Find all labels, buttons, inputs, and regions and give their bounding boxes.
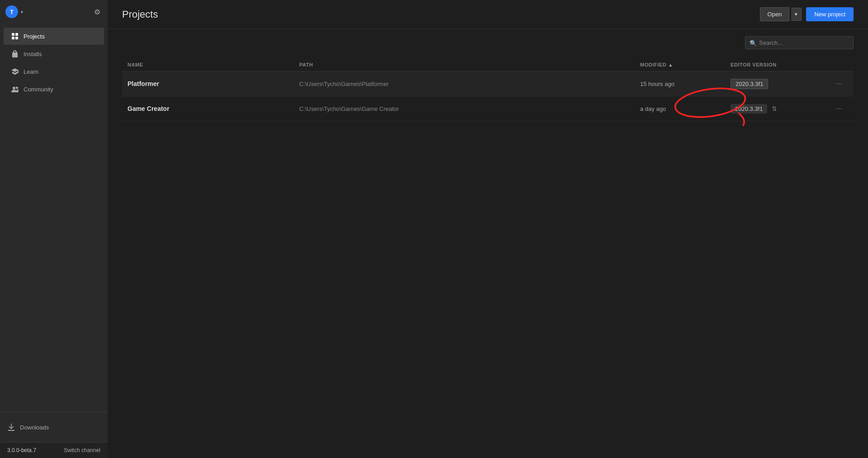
sidebar-item-installs[interactable]: Installs — [4, 45, 104, 62]
avatar-dropdown-icon[interactable]: ▾ — [21, 10, 23, 14]
table-row[interactable]: Platformer C:\Users\Tycho\Games\Platform… — [122, 72, 854, 96]
page-title: Projects — [122, 9, 158, 20]
switch-channel-button[interactable]: Switch channel — [64, 447, 100, 453]
version-change-button[interactable]: ⇅ — [770, 104, 779, 113]
downloads-label: Downloads — [20, 424, 49, 431]
grid-icon — [11, 32, 19, 40]
search-icon: 🔍 — [750, 39, 757, 46]
open-button[interactable]: Open — [760, 7, 790, 21]
sidebar-bottom: Downloads — [0, 412, 108, 442]
new-project-button[interactable]: New project — [806, 7, 854, 21]
sort-arrow-icon: ▲ — [668, 62, 673, 67]
more-options-button[interactable]: ··· — [830, 103, 848, 114]
search-wrapper: 🔍 — [745, 36, 854, 49]
project-name: Platformer — [127, 80, 299, 87]
svg-rect-2 — [12, 37, 14, 39]
col-name-header: NAME — [127, 62, 299, 67]
editor-version-badge: 2020.3.3f1 — [731, 79, 768, 89]
top-bar-actions: Open ▾ New project — [760, 7, 854, 21]
avatar[interactable]: T — [5, 5, 18, 18]
project-modified: 15 hours ago — [640, 81, 731, 87]
main-content: Projects Open ▾ New project 🔍 NAME PATH … — [108, 0, 868, 458]
svg-point-5 — [16, 86, 18, 89]
avatar-area: T ▾ — [5, 5, 23, 18]
table-row[interactable]: Game Creator C:\Users\Tycho\Games\Game C… — [122, 96, 854, 121]
project-name: Game Creator — [127, 105, 299, 112]
more-options-button[interactable]: ··· — [830, 78, 848, 90]
sidebar-top: T ▾ ⚙ — [0, 0, 108, 24]
download-icon — [7, 423, 15, 431]
graduation-cap-icon — [11, 67, 19, 76]
sidebar-item-label: Projects — [24, 33, 45, 40]
sidebar-nav: Projects Installs Learn — [0, 24, 108, 412]
search-area: 🔍 — [108, 29, 868, 49]
svg-rect-1 — [15, 33, 18, 36]
editor-version-cell: 2020.3.3f1 — [731, 79, 830, 89]
project-path: C:\Users\Tycho\Games\Game Creator — [299, 105, 640, 112]
search-input[interactable] — [745, 36, 854, 49]
projects-table: NAME PATH MODIFIED ▲ EDITOR VERSION Plat… — [122, 58, 854, 458]
version-text: 3.0.0-beta.7 — [7, 447, 36, 453]
col-modified-header: MODIFIED ▲ — [640, 62, 731, 67]
project-path: C:\Users\Tycho\Games\Platformer — [299, 81, 640, 87]
project-modified: a day ago — [640, 105, 731, 112]
sidebar-item-label: Installs — [24, 51, 42, 57]
svg-rect-3 — [15, 37, 18, 39]
top-bar: Projects Open ▾ New project — [108, 0, 868, 29]
sidebar-item-label: Learn — [24, 68, 38, 75]
svg-rect-0 — [12, 33, 14, 36]
sidebar-item-projects[interactable]: Projects — [4, 28, 104, 45]
sidebar-item-label: Community — [24, 86, 53, 93]
col-actions-header — [830, 62, 848, 67]
sidebar: T ▾ ⚙ Projects Install — [0, 0, 108, 458]
lock-icon — [11, 50, 19, 58]
table-header: NAME PATH MODIFIED ▲ EDITOR VERSION — [122, 58, 854, 72]
svg-point-4 — [13, 86, 15, 89]
editor-version-cell: 2020.3.3f1 ⇅ — [731, 104, 830, 114]
col-path-header: PATH — [299, 62, 640, 67]
sidebar-item-downloads[interactable]: Downloads — [7, 420, 100, 435]
settings-gear-icon[interactable]: ⚙ — [92, 6, 102, 18]
editor-version-badge: 2020.3.3f1 — [731, 104, 767, 114]
version-bar: 3.0.0-beta.7 Switch channel — [0, 442, 108, 458]
people-icon — [11, 85, 19, 93]
open-dropdown-button[interactable]: ▾ — [791, 8, 802, 21]
col-editor-version-header: EDITOR VERSION — [731, 62, 830, 67]
sidebar-item-learn[interactable]: Learn — [4, 63, 104, 80]
sidebar-item-community[interactable]: Community — [4, 81, 104, 98]
